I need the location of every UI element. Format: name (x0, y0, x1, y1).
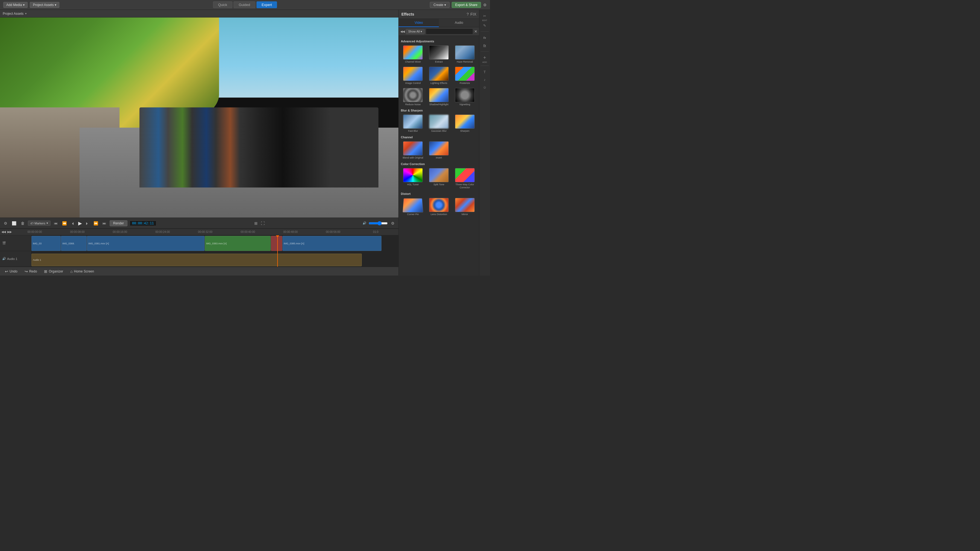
audio-track: Audio 1 (32, 254, 398, 266)
fx2-icon[interactable]: fx (480, 41, 489, 49)
effect-mirror[interactable]: Mirror (453, 197, 477, 217)
audio-track-label: 🔊 Audio 1 (0, 251, 31, 267)
step-forward-button[interactable]: ⏵ (84, 221, 90, 226)
clip-img0381[interactable]: IMG_0381.mov [A] (87, 236, 204, 251)
tl-nav-right[interactable]: ▶▶ (7, 230, 12, 234)
mode-guided-button[interactable]: Guided (234, 2, 255, 8)
audio-track-name: Audio 1 (7, 257, 17, 260)
bottombar: ↩ Undo ↪ Redo ⊞ Organizer ⌂ Home Screen (0, 267, 398, 275)
show-all-dropdown-icon: ▾ (420, 30, 422, 33)
project-assets-button[interactable]: Project Assets ▾ (30, 2, 59, 8)
add-icon[interactable]: + (480, 54, 489, 62)
clip-cut[interactable] (271, 236, 282, 251)
add-media-button[interactable]: Add Media ▾ (3, 2, 28, 8)
effect-shadow-highlight[interactable]: Shadow/Highlight (427, 87, 451, 107)
audio-clip[interactable]: Audio 1 (32, 254, 362, 266)
settings-icon[interactable]: ⚙ (483, 3, 487, 7)
skip-forward-button[interactable]: ⏭ (102, 221, 107, 226)
clip-img0385[interactable]: IMG_0385.mov [A] (282, 236, 382, 251)
volume-slider[interactable] (369, 221, 388, 225)
effect-thumb-shadow-highlight (429, 88, 449, 102)
effect-thumb-sharpen (455, 114, 475, 129)
effect-lighting-effects[interactable]: Lighting Effects (427, 66, 451, 86)
effect-sharpen[interactable]: Sharpen (453, 114, 477, 133)
effect-three-way-corrector[interactable]: Three-Way Color Corrector (453, 167, 477, 190)
edit-icon[interactable]: ✎ (480, 22, 489, 29)
effect-thumb-three-way (455, 168, 475, 182)
audio-settings-button[interactable]: ⚙ (390, 221, 396, 226)
effects-search-clear[interactable]: ✕ (474, 29, 477, 33)
quality-toggle-button[interactable]: ⊞ (253, 221, 259, 226)
effect-thumb-hsl-tuner (403, 168, 423, 182)
emoji-icon[interactable]: ☺ (480, 83, 489, 91)
effect-extract[interactable]: Extract (427, 44, 451, 64)
effect-label-posterize: Posterize (460, 82, 470, 85)
effects-collapse-icon[interactable]: ◀◀ (400, 30, 405, 33)
play-button[interactable]: ▶ (78, 220, 82, 226)
tab-video[interactable]: Video (399, 19, 439, 27)
effect-reduce-noise[interactable]: Reduce Noise (401, 87, 425, 107)
create-button[interactable]: Create ▾ (430, 2, 449, 8)
fullscreen-button[interactable]: ⛶ (260, 221, 266, 226)
organizer-icon: ⊞ (44, 269, 47, 273)
mode-expert-button[interactable]: Expert (256, 2, 277, 8)
tc-mark-7: 00:00:56:00 (312, 230, 355, 233)
effect-label-mirror: Mirror (461, 213, 468, 216)
effects-help-icon[interactable]: ? (466, 12, 469, 16)
rewind-button[interactable]: ⏪ (61, 221, 68, 226)
effect-hsl-tuner[interactable]: HSL Tuner (401, 167, 425, 190)
fast-forward-button[interactable]: ⏩ (92, 221, 99, 226)
home-screen-button[interactable]: ⌂ Home Screen (68, 268, 96, 275)
effect-label-blend-original: Blend with Original (403, 156, 423, 159)
mode-quick-button[interactable]: Quick (213, 2, 232, 8)
section-distort: Distort (401, 192, 477, 195)
markers-button[interactable]: 🏷 Markers ▾ (28, 221, 51, 226)
scissors-icon[interactable]: ✂ (480, 12, 489, 20)
clip-img03[interactable]: IMG_03 (32, 236, 61, 251)
organizer-label: Organizer (49, 270, 63, 273)
effect-gaussian-blur[interactable]: Gaussian Blur (427, 114, 451, 133)
render-button[interactable]: Render (110, 220, 127, 226)
effect-invert[interactable]: Invert (427, 140, 451, 160)
effects-fix-label[interactable]: FIX (470, 12, 476, 16)
home-icon: ⌂ (70, 269, 72, 273)
text-icon[interactable]: T (480, 68, 489, 76)
skip-back-button[interactable]: ⏮ (53, 221, 59, 226)
show-all-button[interactable]: Show All ▾ (406, 29, 425, 34)
effect-haze-removal[interactable]: Haze Removal (453, 44, 477, 64)
organizer-button[interactable]: ⊞ Organizer (42, 268, 65, 275)
effect-label-hsl-tuner: HSL Tuner (407, 183, 419, 186)
effect-lens-distortion[interactable]: Lens Distortion (427, 197, 451, 217)
clip-img0383[interactable]: IMG_0383.mov [A] (205, 236, 271, 251)
effect-blend-original[interactable]: Blend with Original (401, 140, 425, 160)
effects-title: Effects (401, 12, 414, 16)
fx-icon[interactable]: fx (480, 34, 489, 41)
clip-img0368[interactable]: IMG_0368. (61, 236, 87, 251)
effect-thumb-gaussian-blur (429, 114, 449, 129)
undo-button[interactable]: ↩ Undo (3, 268, 20, 275)
effect-channel-mixer[interactable]: Channel Mixer (401, 44, 425, 64)
timeline-crop-button[interactable]: ⬜ (11, 221, 18, 226)
edit-label: EDIT (482, 19, 487, 22)
tl-nav-left[interactable]: ◀◀ (2, 230, 6, 234)
effect-vignetting[interactable]: Vignetting (453, 87, 477, 107)
effect-fast-blur[interactable]: Fast Blur (401, 114, 425, 133)
tc-mark-0: 00:00:00:00 (13, 230, 56, 233)
export-button[interactable]: Export & Share (452, 2, 481, 8)
effect-label-three-way: Three-Way Color Corrector (453, 183, 476, 189)
timeline-delete-button[interactable]: 🗑 (20, 221, 26, 226)
effect-split-tone[interactable]: Split Tone (427, 167, 451, 190)
effect-image-control[interactable]: Image Control (401, 66, 425, 86)
effect-corner-pin[interactable]: Corner Pin (401, 197, 425, 217)
effects-tabs: Video Audio (399, 19, 479, 27)
side-toolbar: ✂ EDIT ✎ fx fx + ADD T ♪ ☺ (479, 10, 490, 275)
effect-posterize[interactable]: Posterize (453, 66, 477, 86)
step-back-button[interactable]: ⏴ (70, 221, 76, 226)
tab-audio[interactable]: Audio (439, 19, 479, 27)
effects-search-input[interactable] (426, 29, 473, 35)
timeline-settings-button[interactable]: ⚙ (3, 221, 8, 226)
redo-button[interactable]: ↪ Redo (22, 268, 40, 275)
dropdown-arrow-icon: ▾ (23, 3, 25, 7)
topbar-right: Create ▾ Export & Share ⚙ (277, 2, 487, 8)
music-icon[interactable]: ♪ (480, 76, 489, 83)
